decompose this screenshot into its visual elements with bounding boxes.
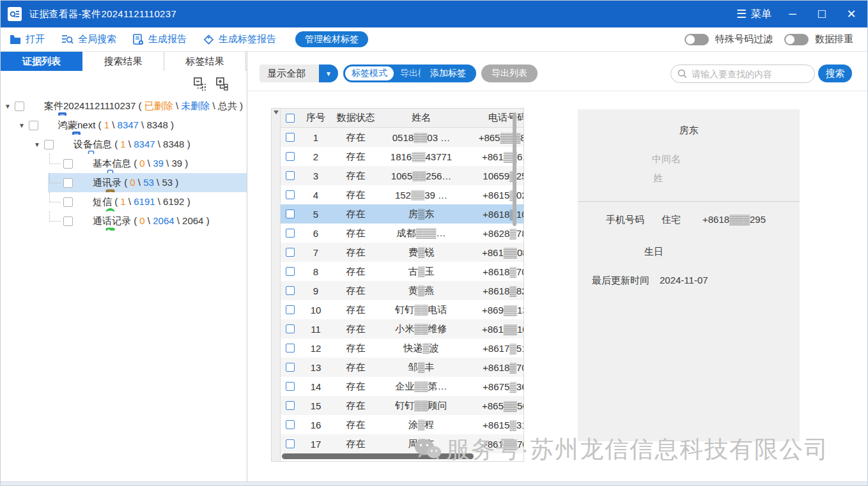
chevron-down-icon[interactable]: ▼: [4, 103, 15, 110]
table-row[interactable]: 7 存在 费▒锐 +861▒▒082: [281, 243, 524, 262]
add-tag-button[interactable]: 添加标签: [420, 65, 476, 82]
tree-item-contacts[interactable]: 通讯录 ( 0 \ 53 \ 53 ): [1, 173, 247, 192]
cell-no: 9: [300, 285, 332, 296]
table-row[interactable]: 3 存在 1065▒▒256… 10659▒256: [281, 166, 524, 185]
tree-checkbox[interactable]: [29, 121, 38, 130]
tab-tag-results[interactable]: 标签结果: [164, 52, 246, 71]
special-number-filter-toggle[interactable]: [685, 34, 709, 45]
tag-mode-button[interactable]: 标签模式: [345, 66, 394, 80]
chevron-down-icon[interactable]: ▼: [19, 122, 29, 129]
tree-checkbox[interactable]: [63, 178, 73, 188]
cell-name: 小米▒▒维修: [380, 323, 463, 335]
birthday-label: 生日: [578, 246, 800, 258]
table-row[interactable]: 1 存在 0518▒▒03 … +865▒▒▒860: [281, 128, 524, 147]
column-header-no[interactable]: 序号: [300, 112, 332, 124]
table-row[interactable]: 5 存在 房▒东 +8618▒106: [281, 204, 524, 224]
table-row[interactable]: 17 存在 周▒广 +861▒▒708: [281, 434, 524, 453]
tree-item-device-info[interactable]: ▼ 设备信息 ( 1 \ 8347 \ 8348 ): [1, 135, 247, 154]
select-all-checkbox[interactable]: [286, 114, 295, 123]
column-header-name[interactable]: 姓名: [380, 112, 463, 124]
row-checkbox[interactable]: [286, 401, 295, 410]
row-checkbox[interactable]: [286, 420, 295, 429]
tree-checkbox[interactable]: [63, 159, 73, 169]
titlebar: 证据查看器-案件20241121110237 ☰ 菜单 ─ ☐ ✕: [1, 1, 867, 27]
table-row[interactable]: 16 存在 涂▒程 +8615▒310: [281, 415, 524, 434]
row-checkbox[interactable]: [286, 229, 295, 238]
tag-icon: [203, 34, 214, 45]
tree-checkbox[interactable]: [15, 102, 24, 111]
row-checkbox[interactable]: [286, 382, 295, 391]
cell-status: 存在: [332, 381, 380, 393]
table-header-row: 序号 数据状态 姓名 电话号码: [281, 109, 524, 128]
column-header-status[interactable]: 数据状态: [332, 112, 380, 124]
minimize-button[interactable]: ─: [778, 1, 807, 27]
row-checkbox[interactable]: [286, 190, 295, 199]
chevron-down-icon[interactable]: ▼: [34, 141, 44, 148]
table-row[interactable]: 9 存在 黄▒燕 +8618▒821: [281, 281, 524, 300]
row-checkbox[interactable]: [286, 344, 295, 353]
expand-all-icon[interactable]: [215, 77, 229, 91]
table-row[interactable]: 15 存在 钉钉▒▒顾问 +865▒▒562: [281, 396, 524, 415]
row-checkbox[interactable]: [286, 363, 295, 372]
table-row[interactable]: 8 存在 古▒玉 +8618▒702: [281, 262, 524, 281]
tree-checkbox[interactable]: [63, 216, 73, 226]
row-checkbox[interactable]: [286, 286, 295, 295]
table-vertical-scrollbar[interactable]: [272, 109, 281, 461]
tree-checkbox[interactable]: [63, 197, 73, 207]
maximize-button[interactable]: ☐: [807, 1, 837, 27]
global-search-button[interactable]: 全局搜索: [61, 33, 116, 45]
row-checkbox[interactable]: [286, 171, 295, 180]
tree-item-case[interactable]: ▼ 案件20241121110237 ( 已删除 \ 未删除 \ 总共 ): [1, 96, 247, 116]
table-row[interactable]: 11 存在 小米▒▒维修 +861▒▒100: [281, 319, 524, 338]
tree-item-harmony-device[interactable]: ▼ 鸿蒙next ( 1 \ 8347 \ 8348 ): [1, 116, 247, 135]
row-checkbox[interactable]: [286, 152, 295, 161]
phone-icon: [78, 158, 89, 169]
hamburger-icon: ☰: [736, 8, 747, 20]
vertical-scrollbar-thumb[interactable]: [513, 112, 516, 226]
menu-button[interactable]: ☰ 菜单: [730, 8, 778, 21]
row-checkbox[interactable]: [286, 133, 295, 142]
search-input[interactable]: [692, 69, 800, 79]
export-list-button[interactable]: 导出列表: [481, 65, 538, 82]
manage-tag-button[interactable]: 管理检材标签: [295, 31, 368, 47]
row-checkbox[interactable]: [286, 305, 295, 314]
generate-report-button[interactable]: 生成报告: [133, 33, 187, 45]
generate-tag-report-button[interactable]: 生成标签报告: [203, 33, 276, 45]
cell-phone: +8615▒310: [463, 420, 524, 430]
data-dedupe-label: 数据排重: [815, 33, 853, 45]
cell-phone: +8628▒787: [463, 228, 524, 239]
row-checkbox[interactable]: [286, 209, 295, 218]
table-row[interactable]: 6 存在 成都▒▒▒… +8628▒787: [281, 224, 524, 243]
horizontal-scrollbar-thumb[interactable]: [282, 453, 474, 459]
search-box[interactable]: [670, 65, 815, 83]
row-checkbox[interactable]: [286, 267, 295, 276]
open-button[interactable]: 打开: [10, 33, 45, 45]
cell-no: 14: [300, 381, 332, 392]
table-row[interactable]: 13 存在 邹▒丰 +8618▒702: [281, 358, 524, 377]
table-row[interactable]: 12 存在 快递▒波 +8617▒510: [281, 338, 524, 358]
cell-status: 存在: [332, 419, 380, 431]
row-checkbox[interactable]: [286, 248, 295, 257]
tree-item-call-log[interactable]: 通话记录 ( 0 \ 2064 \ 2064 ): [1, 211, 247, 231]
tree-item-basic-info[interactable]: 基本信息 ( 0 \ 39 \ 39 ): [1, 154, 247, 173]
table-row[interactable]: 2 存在 1816▒▒43771 +861▒▒612: [281, 147, 524, 166]
collapse-all-icon[interactable]: [193, 77, 207, 91]
chevron-down-icon: ▼: [319, 65, 338, 82]
data-dedupe-toggle[interactable]: [784, 34, 809, 45]
show-all-dropdown[interactable]: 显示全部 ▼: [260, 65, 338, 82]
row-checkbox[interactable]: [286, 324, 295, 333]
table-row[interactable]: 4 存在 152▒▒39 … +8615▒028: [281, 185, 524, 204]
cell-status: 存在: [332, 247, 380, 259]
tab-evidence-list[interactable]: 证据列表: [1, 52, 82, 71]
table-row[interactable]: 10 存在 钉钉▒▒电话 +869▒▒136: [281, 300, 524, 319]
close-button[interactable]: ✕: [837, 1, 866, 27]
search-button[interactable]: 搜索: [818, 65, 852, 82]
cell-phone: +8675▒363: [463, 381, 524, 392]
menu-label: 菜单: [751, 8, 771, 21]
table-row[interactable]: 14 存在 企业▒▒第… +8675▒363: [281, 377, 524, 396]
tree-checkbox[interactable]: [44, 140, 54, 149]
tree-item-sms[interactable]: 短信 ( 1 \ 6191 \ 6192 ): [1, 192, 247, 211]
tab-search-results[interactable]: 搜索结果: [82, 52, 164, 71]
case-icon: [29, 101, 40, 112]
row-checkbox[interactable]: [286, 439, 295, 448]
